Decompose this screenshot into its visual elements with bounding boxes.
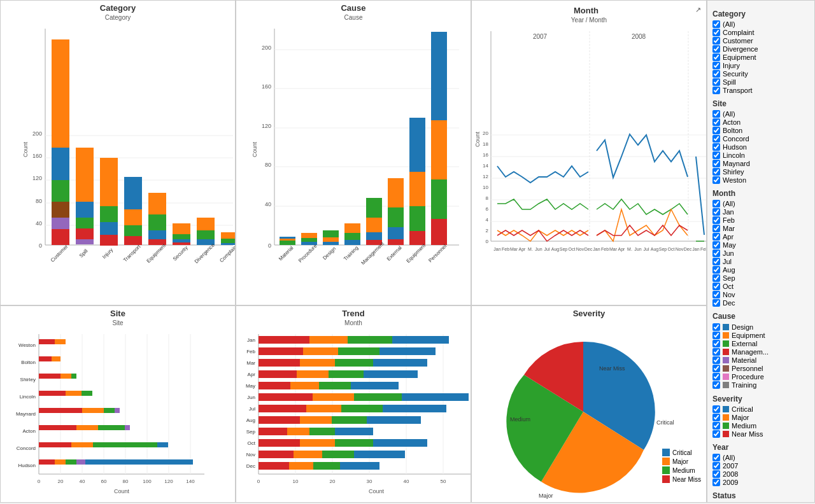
filter-checkbox[interactable] [712, 143, 720, 151]
filter-checkbox[interactable] [712, 266, 720, 274]
site-title: Site [1, 306, 235, 319]
filter-label: Medium [732, 422, 756, 430]
svg-rect-48 [173, 223, 190, 234]
svg-text:Nov: Nov [576, 247, 585, 251]
svg-rect-87 [323, 242, 339, 245]
filter-checkbox[interactable] [712, 110, 720, 118]
filter-checkbox[interactable] [712, 118, 720, 126]
filter-label: (All) [723, 502, 735, 503]
svg-text:30: 30 [367, 479, 372, 484]
filter-checkbox[interactable] [712, 258, 720, 265]
filter-item: Aug [712, 266, 809, 274]
filter-checkbox[interactable] [712, 274, 720, 282]
filter-label: Shirley [723, 168, 744, 176]
filter-checkbox[interactable] [712, 365, 720, 372]
svg-text:80: 80 [36, 198, 42, 204]
svg-text:Lincoln: Lincoln [20, 394, 36, 400]
filter-checkbox[interactable] [712, 332, 720, 339]
svg-rect-246 [348, 336, 392, 344]
svg-rect-199 [39, 408, 82, 413]
filter-checkbox[interactable] [712, 216, 720, 224]
filter-checkbox[interactable] [712, 20, 720, 28]
filter-checkbox[interactable] [712, 200, 720, 207]
svg-rect-38 [124, 177, 142, 209]
medium-label: Medium [672, 467, 695, 474]
svg-rect-30 [76, 228, 94, 239]
svg-rect-44 [148, 214, 166, 230]
filter-checkbox[interactable] [712, 356, 720, 364]
svg-text:Divergence: Divergence [194, 242, 216, 264]
svg-rect-28 [76, 202, 94, 218]
filter-item: Procedure [712, 373, 809, 381]
filter-item: Dec [712, 299, 809, 307]
filter-checkbox[interactable] [712, 160, 720, 167]
filter-color-swatch [723, 414, 729, 421]
svg-rect-302 [340, 462, 379, 470]
svg-text:Count: Count [114, 488, 130, 494]
svg-rect-35 [100, 222, 118, 235]
filter-item: Divergence [712, 45, 809, 53]
filter-label: 2008 [723, 470, 738, 478]
filter-checkbox[interactable] [712, 135, 720, 143]
svg-rect-272 [402, 393, 469, 401]
filter-checkbox[interactable] [712, 283, 720, 290]
filter-checkbox[interactable] [712, 29, 720, 36]
filter-checkbox[interactable] [712, 37, 720, 45]
svg-rect-79 [280, 241, 295, 245]
filter-checkbox[interactable] [712, 151, 720, 159]
filter-checkbox[interactable] [712, 340, 720, 347]
filter-checkbox[interactable] [712, 176, 720, 184]
filter-label: (All) [723, 200, 735, 207]
filter-checkbox[interactable] [712, 454, 720, 461]
svg-text:Material: Material [278, 245, 295, 262]
svg-rect-281 [332, 416, 367, 424]
filter-checkbox[interactable] [712, 430, 720, 438]
trend-title: Trend [236, 306, 471, 319]
filter-checkbox[interactable] [712, 299, 720, 307]
svg-rect-247 [392, 336, 449, 344]
filter-checkbox[interactable] [712, 470, 720, 478]
filter-sidebar: Category (All)ComplaintCustomerDivergenc… [707, 0, 815, 503]
svg-rect-211 [39, 459, 55, 465]
filter-checkbox[interactable] [712, 233, 720, 241]
filter-checkbox[interactable] [712, 323, 720, 331]
svg-rect-77 [280, 237, 295, 239]
filter-checkbox[interactable] [712, 414, 720, 421]
filter-checkbox[interactable] [712, 208, 720, 216]
svg-rect-291 [335, 439, 373, 447]
svg-text:6: 6 [486, 206, 489, 212]
svg-text:Mar: Mar [510, 247, 518, 251]
filter-label: (All) [723, 20, 735, 28]
filter-checkbox[interactable] [712, 373, 720, 381]
svg-text:Jan: Jan [692, 247, 699, 251]
svg-text:Personnel: Personnel [427, 243, 448, 263]
filter-item: Jan [712, 208, 809, 216]
month-title: Month [477, 3, 695, 17]
filter-checkbox[interactable] [712, 53, 720, 61]
expand-icon[interactable]: ↗ [695, 6, 701, 14]
svg-text:Jul: Jul [249, 406, 255, 412]
filter-checkbox[interactable] [712, 87, 720, 94]
filter-checkbox[interactable] [712, 479, 720, 486]
filter-checkbox[interactable] [712, 291, 720, 298]
filter-checkbox[interactable] [712, 405, 720, 413]
svg-rect-287 [335, 428, 373, 435]
filter-checkbox[interactable] [712, 45, 720, 53]
filter-checkbox[interactable] [712, 127, 720, 134]
filter-checkbox[interactable] [712, 62, 720, 69]
filter-checkbox[interactable] [712, 70, 720, 78]
filter-checkbox[interactable] [712, 462, 720, 470]
filter-checkbox[interactable] [712, 381, 720, 389]
svg-text:0: 0 [38, 479, 41, 484]
filter-checkbox[interactable] [712, 502, 720, 503]
filter-checkbox[interactable] [712, 241, 720, 249]
filter-checkbox[interactable] [712, 249, 720, 257]
filter-checkbox[interactable] [712, 422, 720, 430]
category-title: Category [1, 1, 235, 14]
filter-checkbox[interactable] [712, 168, 720, 176]
filter-label: Personnel [732, 365, 763, 372]
filter-label: Equipment [732, 332, 765, 339]
filter-checkbox[interactable] [712, 78, 720, 86]
filter-checkbox[interactable] [712, 348, 720, 356]
filter-checkbox[interactable] [712, 225, 720, 232]
